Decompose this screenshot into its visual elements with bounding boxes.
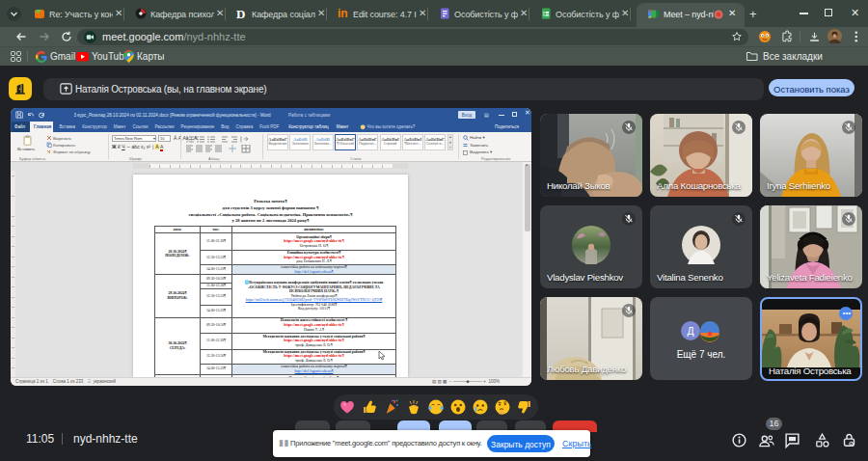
svg-text:Д: Д [687, 325, 693, 337]
